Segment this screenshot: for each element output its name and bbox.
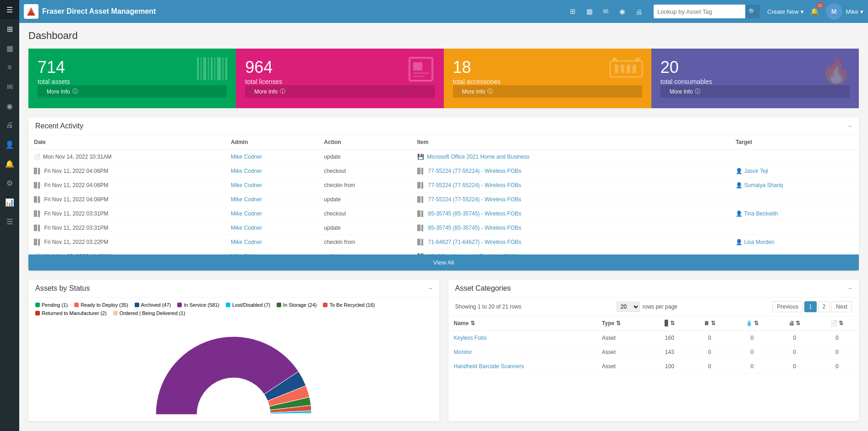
row-action: update	[318, 249, 411, 255]
sidebar-item-menu[interactable]: ☰	[0, 0, 19, 19]
sidebar-item-consumables[interactable]: ◉	[0, 96, 19, 116]
list-item: Monitor Asset 143 0 0 0 0	[448, 345, 859, 359]
admin-link[interactable]: Mike Codner	[231, 239, 262, 245]
admin-link[interactable]: Mike Codner	[231, 168, 262, 174]
activity-table-scroll[interactable]: Date Admin Action Item Target 📄Mon Nov 1…	[28, 135, 859, 254]
ac-row-c5: 0	[815, 331, 859, 345]
logo	[24, 4, 38, 19]
rows-per-page-select[interactable]: 20 50 100	[617, 302, 640, 312]
item-link[interactable]: 77-55224 (77-55224) - Wireless FOBs	[428, 196, 521, 203]
item-link[interactable]: 85-35745 (85-35745) - Wireless FOBs	[428, 225, 521, 231]
ac-col-type[interactable]: Type ⇅	[596, 316, 650, 331]
assets-by-status-title: Assets by Status	[35, 284, 90, 293]
item-link[interactable]: 77-55224 (77-55224) - Wireless FOBs	[428, 168, 521, 174]
view-all-button[interactable]: View All	[28, 254, 859, 271]
category-link[interactable]: Keyless Fobs	[454, 335, 487, 341]
page-2-button[interactable]: 2	[818, 301, 830, 312]
sidebar-item-bottom[interactable]: ☰	[0, 212, 19, 231]
sort-icon: ⇅	[711, 320, 715, 326]
notifications-button[interactable]: 🔔 22	[808, 4, 822, 19]
accessories-footer[interactable]: More Info ⓘ	[453, 85, 642, 98]
row-type-icon: ▊▌	[34, 210, 42, 217]
admin-link[interactable]: Mike Codner	[231, 196, 262, 203]
ac-row-c3: 0	[730, 359, 774, 374]
target-link[interactable]: 👤 Jasvir Teji	[736, 168, 768, 174]
category-link[interactable]: Handheld Barcode Scanners	[454, 363, 524, 370]
item-link[interactable]: 85-35745 (85-35745) - Wireless FOBs	[428, 210, 521, 217]
target-link[interactable]: 👤 Tina Beckwith	[736, 210, 778, 217]
row-action: update	[318, 193, 411, 207]
ac-col-c3[interactable]: 💧 ⇅	[730, 316, 774, 331]
ac-col-c5[interactable]: 📄 ⇅	[815, 316, 859, 331]
ac-table-body: Keyless Fobs Asset 160 0 0 0 0 Monitor A…	[448, 331, 859, 374]
list-item: Handheld Barcode Scanners Asset 100 0 0 …	[448, 359, 859, 374]
ac-col-c1[interactable]: ▊ ⇅	[650, 316, 689, 331]
table-row: ▊▌Fri Nov 11, 2022 03:31PM Mike Codner c…	[28, 207, 859, 221]
admin-link[interactable]: Mike Codner	[231, 182, 262, 188]
row-date: ▊▌Fri Nov 11, 2022 03:31PM	[28, 207, 225, 221]
search-button[interactable]: 🔍	[745, 5, 760, 18]
ac-col-c4[interactable]: 🖨 ⇅	[774, 316, 815, 331]
collapse-recent-activity[interactable]: −	[848, 122, 852, 130]
sidebar-item-reports[interactable]: 🔔	[0, 154, 19, 173]
consumables-footer[interactable]: More Info ⓘ	[661, 85, 850, 98]
sidebar-item-licenses[interactable]: ≡	[0, 58, 19, 77]
ac-col-c2[interactable]: 🖥 ⇅	[689, 316, 730, 331]
table-row: ▊▌Fri Nov 11, 2022 04:06PM Mike Codner u…	[28, 193, 859, 207]
item-link[interactable]: 77-55224 (77-55224) - Wireless FOBs	[428, 182, 521, 188]
svg-rect-4	[203, 57, 206, 80]
print-icon[interactable]: 🖨	[632, 4, 646, 19]
mail-icon[interactable]: ✉	[599, 4, 613, 19]
row-target: 👤 Tina Beckwith	[730, 207, 859, 221]
search-input[interactable]	[654, 5, 745, 18]
ac-row-name: Keyless Fobs	[448, 331, 597, 345]
ac-col-name[interactable]: Name ⇅	[448, 316, 597, 331]
sidebar-item-accessories[interactable]: ✉	[0, 77, 19, 96]
create-new-button[interactable]: Create New ▾	[767, 8, 804, 15]
recent-activity-panel: Recent Activity − Date Admin Action Item…	[28, 117, 859, 271]
collapse-assets-status[interactable]: −	[428, 285, 432, 292]
legend-label: Lost/Disabled (7)	[232, 302, 270, 308]
licenses-more-info: More Info	[254, 88, 278, 95]
main-wrapper: Fraser Direct Asset Management ⊞ ▦ ✉ ◉ 🖨…	[19, 0, 868, 431]
stat-card-accessories: 18 total accessories More Info ⓘ	[444, 49, 651, 108]
admin-link[interactable]: Mike Codner	[231, 154, 262, 160]
admin-link[interactable]: Mike Codner	[231, 210, 262, 217]
target-link[interactable]: 👤 Sumaiya Shariq	[736, 182, 783, 188]
prev-page-button[interactable]: Previous	[772, 301, 803, 312]
calendar-icon[interactable]: ▦	[582, 4, 597, 19]
item-link[interactable]: 71-64627 (71-64627) - Wireless FOBs	[428, 239, 521, 245]
item-link[interactable]: Microsoft Office 2021 Home and Business	[427, 154, 530, 160]
sidebar-item-extra[interactable]: 📊	[0, 193, 19, 212]
collapse-asset-categories[interactable]: −	[848, 285, 852, 292]
row-admin: Mike Codner	[225, 178, 318, 193]
user-menu-button[interactable]: Mike ▾	[846, 8, 863, 15]
admin-link[interactable]: Mike Codner	[231, 253, 262, 254]
item-icon: ▊▌	[417, 196, 426, 203]
legend-label: Ready to Deploy (35)	[81, 302, 128, 308]
ac-row-c2: 0	[689, 359, 730, 374]
notification-badge: 22	[816, 3, 824, 8]
row-item: ▊▌ 85-35745 (85-35745) - Wireless FOBs	[412, 207, 730, 221]
sidebar-item-assets[interactable]: ▦	[0, 39, 19, 58]
sidebar-item-settings[interactable]: ⚙	[0, 173, 19, 193]
sidebar-item-components[interactable]: 🖨	[0, 116, 19, 135]
next-page-button[interactable]: Next	[831, 301, 852, 312]
row-item: ▊▌ 85-35745 (85-35745) - Wireless FOBs	[412, 221, 730, 235]
target-link[interactable]: 👤 Lisa Morden	[736, 239, 774, 245]
svg-rect-10	[225, 57, 227, 80]
table-row: 📄Mon Nov 14, 2022 10:31AM Mike Codner up…	[28, 149, 859, 164]
page-1-button[interactable]: 1	[804, 301, 817, 312]
grid-icon[interactable]: ⊞	[566, 4, 580, 19]
ac-table-head: Name ⇅ Type ⇅ ▊ ⇅ 🖥 ⇅ 💧 ⇅ 🖨 ⇅ 📄 ⇅	[448, 316, 859, 331]
item-link[interactable]: MS Office Home and Business 2019	[427, 253, 515, 254]
sidebar-item-home[interactable]: ⊞	[0, 19, 19, 39]
drop-icon[interactable]: ◉	[615, 4, 630, 19]
sidebar-item-users[interactable]: 👤	[0, 135, 19, 154]
brand: Fraser Direct Asset Management	[24, 4, 156, 19]
category-link[interactable]: Monitor	[454, 349, 472, 355]
legend-label: To Be Recycled (16)	[329, 302, 375, 308]
admin-link[interactable]: Mike Codner	[231, 225, 262, 231]
item-icon: ▊▌	[417, 168, 426, 174]
col-action: Action	[318, 135, 411, 149]
